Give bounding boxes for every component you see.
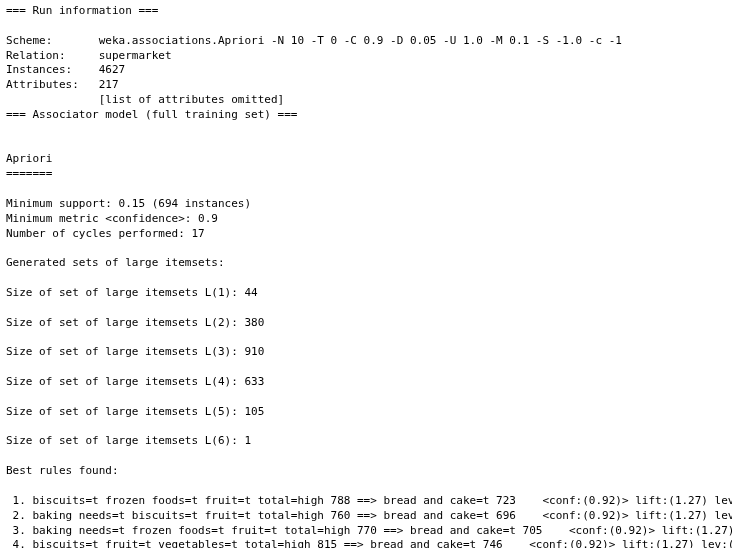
itemset-l1: Size of set of large itemsets L(1): 44 bbox=[6, 286, 258, 299]
itemset-l5: Size of set of large itemsets L(5): 105 bbox=[6, 405, 264, 418]
rule-line: 1. biscuits=t frozen foods=t fruit=t tot… bbox=[6, 494, 732, 507]
rule-line: 3. baking needs=t frozen foods=t fruit=t… bbox=[6, 524, 732, 537]
relation-label: Relation: bbox=[6, 49, 66, 62]
rule-line: 2. baking needs=t biscuits=t fruit=t tot… bbox=[6, 509, 732, 522]
min-metric: Minimum metric <confidence>: 0.9 bbox=[6, 212, 218, 225]
itemset-l3: Size of set of large itemsets L(3): 910 bbox=[6, 345, 264, 358]
generated-header: Generated sets of large itemsets: bbox=[6, 256, 225, 269]
model-header: === Associator model (full training set)… bbox=[6, 108, 297, 121]
attributes-label: Attributes: bbox=[6, 78, 79, 91]
itemset-l2: Size of set of large itemsets L(2): 380 bbox=[6, 316, 264, 329]
relation-value: supermarket bbox=[66, 49, 172, 62]
scheme-label: Scheme: bbox=[6, 34, 52, 47]
min-support: Minimum support: 0.15 (694 instances) bbox=[6, 197, 251, 210]
itemset-l6: Size of set of large itemsets L(6): 1 bbox=[6, 434, 251, 447]
attributes-note: [list of attributes omitted] bbox=[6, 93, 284, 106]
itemset-l4: Size of set of large itemsets L(4): 633 bbox=[6, 375, 264, 388]
attributes-value: 217 bbox=[79, 78, 119, 91]
rule-line: 4. biscuits=t fruit=t vegetables=t total… bbox=[6, 538, 732, 548]
best-rules-header: Best rules found: bbox=[6, 464, 119, 477]
output-pane: === Run information === Scheme: weka.ass… bbox=[0, 0, 732, 548]
instances-label: Instances: bbox=[6, 63, 72, 76]
algo-name: Apriori bbox=[6, 152, 52, 165]
scheme-value: weka.associations.Apriori -N 10 -T 0 -C … bbox=[52, 34, 622, 47]
instances-value: 4627 bbox=[72, 63, 125, 76]
num-cycles: Number of cycles performed: 17 bbox=[6, 227, 205, 240]
algo-sep: ======= bbox=[6, 167, 52, 180]
run-info-header: === Run information === bbox=[6, 4, 158, 17]
